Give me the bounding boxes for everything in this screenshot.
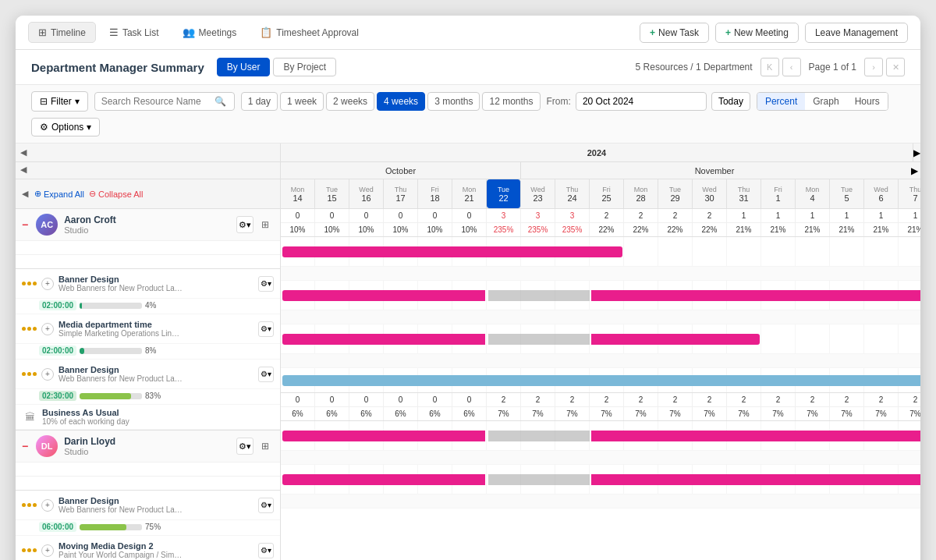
task-gear-t1[interactable]: ⚙▾ bbox=[258, 276, 274, 292]
gantt-bar[interactable] bbox=[282, 375, 920, 386]
period-12months-button[interactable]: 12 months bbox=[482, 92, 540, 111]
new-meeting-button[interactable]: + New Meeting bbox=[715, 23, 799, 43]
left-nav-arrow2[interactable]: ◀ bbox=[16, 162, 280, 177]
task-add-d1[interactable]: + bbox=[41, 499, 54, 512]
gantt-bar-gap bbox=[488, 431, 590, 441]
gantt-bar-gap bbox=[488, 334, 590, 345]
collapse-all-button[interactable]: ⊖ Collapse All bbox=[89, 189, 143, 199]
leave-management-button[interactable]: Leave Management bbox=[805, 23, 908, 43]
day-num: 24 bbox=[567, 193, 576, 203]
collapse-aaron-button[interactable]: − bbox=[22, 218, 28, 231]
avatar-darin: DL bbox=[36, 435, 58, 457]
day-name: Tue bbox=[669, 186, 681, 193]
period-2weeks-button[interactable]: 2 weeks bbox=[326, 92, 374, 111]
progress-bar-d1 bbox=[80, 524, 126, 530]
task-info-t1: Banner Design Web Banners for New Produc… bbox=[58, 275, 254, 292]
stat-cell: 0 bbox=[315, 393, 349, 406]
stat-cell: 2 bbox=[487, 393, 521, 406]
day-name: Wed bbox=[702, 186, 716, 193]
stat-cell: 21% bbox=[727, 223, 761, 236]
task-gear-d1[interactable]: ⚙▾ bbox=[258, 498, 274, 513]
today-button[interactable]: Today bbox=[711, 92, 750, 111]
gantt-bar-seg1 bbox=[282, 334, 485, 345]
period-1day-button[interactable]: 1 day bbox=[241, 92, 278, 111]
app-window: ⊞ Timeline ☰ Task List 👥 Meetings 📋 Time… bbox=[16, 16, 920, 560]
user-gear-button-darin[interactable]: ⚙▾ bbox=[236, 438, 254, 455]
stat-cell: 0 bbox=[315, 209, 349, 222]
tab-tasklist[interactable]: ☰ Task List bbox=[99, 22, 169, 43]
task-progress-d1: 06:00:00 75% bbox=[16, 520, 280, 536]
expand-all-button[interactable]: ⊕ Expand All bbox=[34, 189, 84, 199]
last-page-button[interactable]: ✕ bbox=[886, 58, 905, 76]
user-grid-button-aaron[interactable]: ⊞ bbox=[257, 216, 274, 233]
tab-timeline[interactable]: ⊞ Timeline bbox=[28, 22, 96, 43]
tab-tasklist-label: Task List bbox=[122, 27, 159, 38]
progress-pct-t3: 83% bbox=[145, 392, 161, 400]
stat-cell: 2 bbox=[864, 393, 899, 406]
hours-view-button[interactable]: Hours bbox=[847, 93, 888, 110]
aaron-task2-bar-row bbox=[281, 281, 920, 310]
period-1week-button[interactable]: 1 week bbox=[280, 92, 324, 111]
task-row-aaron-t1: + Banner Design Web Banners for New Prod… bbox=[16, 269, 280, 299]
header-right: 5 Resources / 1 Department K ‹ Page 1 of… bbox=[636, 58, 905, 76]
bau-icon: 🏛 bbox=[22, 409, 37, 425]
aaron-gantt-stats-pct: 10%10%10%10%10%10%235%235%235%22%22%22%2… bbox=[281, 223, 920, 237]
task-gear-d2[interactable]: ⚙▾ bbox=[258, 543, 274, 558]
task-add-d2[interactable]: + bbox=[41, 544, 54, 557]
user-grid-button-darin[interactable]: ⊞ bbox=[257, 438, 274, 455]
plus-circle-icon: ⊕ bbox=[34, 189, 41, 199]
day-num: 25 bbox=[601, 193, 611, 203]
new-task-button[interactable]: + New Task bbox=[640, 23, 709, 43]
stat-cell: 22% bbox=[658, 223, 693, 236]
task-add-t2[interactable]: + bbox=[41, 323, 54, 335]
prev-page-button[interactable]: ‹ bbox=[782, 58, 801, 76]
graph-view-button[interactable]: Graph bbox=[805, 93, 846, 110]
day-name: Thu bbox=[909, 186, 920, 193]
darin-stats-num-row bbox=[16, 463, 280, 477]
task-gear-t3[interactable]: ⚙▾ bbox=[258, 367, 274, 382]
search-input[interactable] bbox=[101, 96, 211, 107]
day-name: Wed bbox=[359, 186, 373, 193]
task-add-t1[interactable]: + bbox=[41, 278, 54, 290]
period-4weeks-button[interactable]: 4 weeks bbox=[377, 92, 425, 111]
day-num: 23 bbox=[533, 193, 542, 203]
month-october: October bbox=[281, 162, 521, 179]
tab-meetings[interactable]: 👥 Meetings bbox=[172, 22, 247, 43]
stat-cell: 2 bbox=[624, 393, 658, 406]
left-nav-arrow3[interactable]: ◀ bbox=[22, 189, 28, 199]
first-page-button[interactable]: K bbox=[760, 58, 779, 76]
task-gear-t2[interactable]: ⚙▾ bbox=[258, 321, 274, 337]
collapse-darin-button[interactable]: − bbox=[22, 440, 28, 452]
date-input[interactable] bbox=[576, 92, 707, 111]
gantt-bar[interactable] bbox=[282, 246, 622, 257]
by-user-button[interactable]: By User bbox=[217, 58, 271, 76]
user-controls-darin: ⚙▾ ⊞ bbox=[236, 438, 274, 455]
stat-cell: 7% bbox=[796, 407, 830, 420]
task-add-t3[interactable]: + bbox=[41, 368, 54, 381]
days-header: Mon14Tue15Wed16Thu17Fri18Mon21Tue22Wed23… bbox=[281, 179, 920, 209]
left-nav-arrow[interactable]: ◀ bbox=[20, 147, 27, 158]
aaron-stats-pct-row bbox=[16, 255, 280, 269]
filter-button[interactable]: ⊟ Filter ▾ bbox=[31, 91, 88, 112]
dot1 bbox=[22, 372, 26, 376]
user-gear-button-aaron[interactable]: ⚙▾ bbox=[236, 216, 254, 233]
task-row-darin-d1: + Banner Design Web Banners for New Prod… bbox=[16, 491, 280, 520]
options-button[interactable]: ⚙ Options ▾ bbox=[31, 118, 100, 136]
percent-view-button[interactable]: Percent bbox=[757, 93, 805, 110]
stat-cell: 1 bbox=[727, 209, 761, 222]
day-col-16: Wed16 bbox=[349, 179, 384, 208]
task-progress-t3: 02:30:00 83% bbox=[16, 389, 280, 405]
stat-cell: 2 bbox=[521, 393, 555, 406]
tab-timesheet[interactable]: 📋 Timesheet Approval bbox=[250, 22, 369, 43]
view-mode-buttons: Percent Graph Hours bbox=[757, 92, 888, 111]
tab-bar: ⊞ Timeline ☰ Task List 👥 Meetings 📋 Time… bbox=[28, 22, 369, 43]
user-section-darin: − DL Darin Lloyd Studio ⚙▾ ⊞ bbox=[16, 431, 280, 560]
by-project-button[interactable]: By Project bbox=[273, 58, 336, 76]
stat-cell: 1 bbox=[899, 209, 920, 222]
stat-cell: 2 bbox=[624, 209, 658, 222]
month-right-arrow[interactable]: ▶ bbox=[908, 162, 920, 179]
year-right-arrow[interactable]: ▶ bbox=[913, 144, 920, 161]
next-page-button[interactable]: › bbox=[864, 58, 883, 76]
period-3months-button[interactable]: 3 months bbox=[427, 92, 480, 111]
stat-cell: 21% bbox=[864, 223, 899, 236]
